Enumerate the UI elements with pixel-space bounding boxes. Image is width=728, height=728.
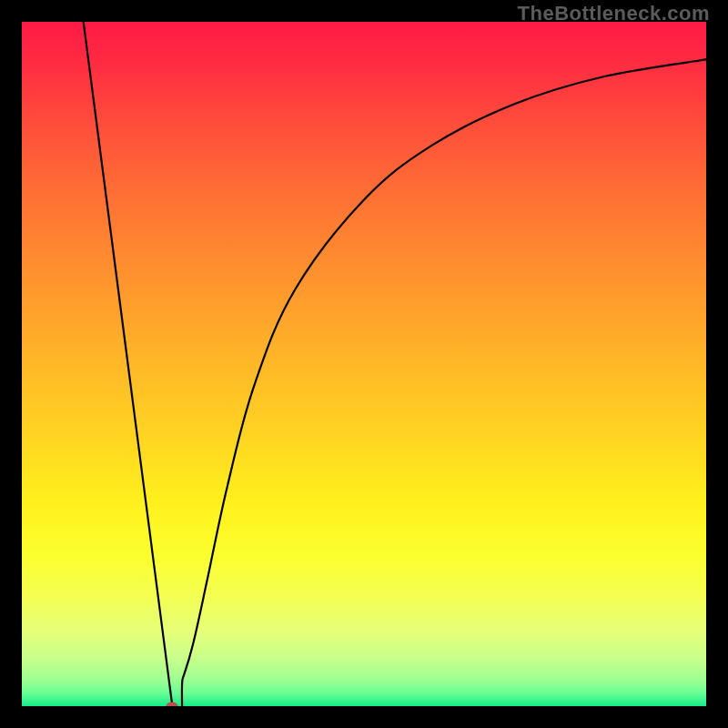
bottleneck-curve [84, 22, 706, 706]
plot-area [22, 22, 706, 706]
watermark-text: TheBottleneck.com [518, 2, 710, 25]
chart-frame: TheBottleneck.com [0, 0, 728, 728]
curve-tip-marker [167, 703, 178, 707]
curve-svg [22, 22, 706, 706]
